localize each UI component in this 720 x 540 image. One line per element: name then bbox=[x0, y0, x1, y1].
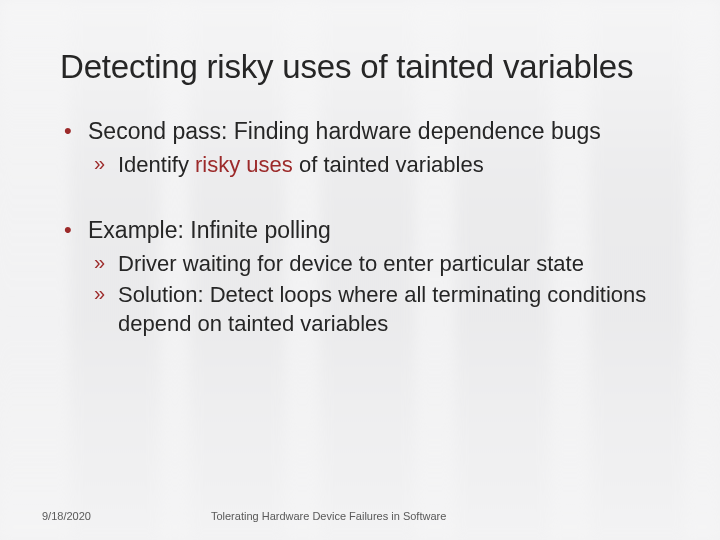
sub-text-pre: Identify bbox=[118, 152, 195, 177]
footer: 9/18/2020 Tolerating Hardware Device Fai… bbox=[0, 510, 720, 522]
footer-date: 9/18/2020 bbox=[42, 510, 91, 522]
slide: Detecting risky uses of tainted variable… bbox=[0, 0, 720, 540]
sub-item: Driver waiting for device to enter parti… bbox=[88, 249, 670, 278]
bullet-item: Second pass: Finding hardware dependence… bbox=[64, 116, 670, 179]
bullet-text: Second pass: Finding hardware dependence… bbox=[88, 118, 601, 144]
slide-title: Detecting risky uses of tainted variable… bbox=[60, 48, 670, 86]
bullet-text: Example: Infinite polling bbox=[88, 217, 331, 243]
sub-item: Solution: Detect loops where all termina… bbox=[88, 280, 670, 338]
sub-text: Solution: Detect loops where all termina… bbox=[118, 282, 646, 336]
highlight-risky: risky uses bbox=[195, 152, 293, 177]
sub-list: Driver waiting for device to enter parti… bbox=[88, 249, 670, 338]
sub-text: Driver waiting for device to enter parti… bbox=[118, 251, 584, 276]
sub-list: Identify risky uses of tainted variables bbox=[88, 150, 670, 179]
bullet-list: Second pass: Finding hardware dependence… bbox=[64, 116, 670, 338]
sub-item: Identify risky uses of tainted variables bbox=[88, 150, 670, 179]
bullet-item: Example: Infinite polling Driver waiting… bbox=[64, 215, 670, 338]
footer-caption: Tolerating Hardware Device Failures in S… bbox=[211, 510, 446, 522]
sub-text-post: of tainted variables bbox=[293, 152, 484, 177]
